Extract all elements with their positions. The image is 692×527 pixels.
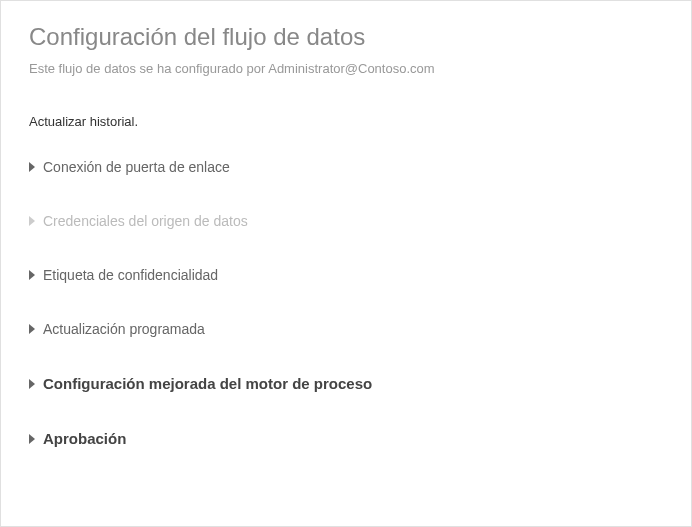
chevron-right-icon (29, 379, 35, 389)
chevron-right-icon (29, 270, 35, 280)
section-sensitivity-label[interactable]: Etiqueta de confidencialidad (29, 267, 663, 283)
section-label: Configuración mejorada del motor de proc… (43, 375, 372, 392)
section-label: Etiqueta de confidencialidad (43, 267, 218, 283)
section-label: Aprobación (43, 430, 126, 447)
section-datasource-credentials[interactable]: Credenciales del origen de datos (29, 213, 663, 229)
section-scheduled-refresh[interactable]: Actualización programada (29, 321, 663, 337)
chevron-right-icon (29, 162, 35, 172)
section-gateway-connection[interactable]: Conexión de puerta de enlace (29, 159, 663, 175)
section-approval[interactable]: Aprobación (29, 430, 663, 447)
section-label: Credenciales del origen de datos (43, 213, 248, 229)
settings-page: Configuración del flujo de datos Este fl… (1, 1, 691, 507)
section-enhanced-compute-engine[interactable]: Configuración mejorada del motor de proc… (29, 375, 663, 392)
page-title: Configuración del flujo de datos (29, 23, 663, 51)
chevron-right-icon (29, 324, 35, 334)
page-subtitle: Este flujo de datos se ha configurado po… (29, 61, 663, 76)
chevron-right-icon (29, 434, 35, 444)
section-label: Conexión de puerta de enlace (43, 159, 230, 175)
refresh-history-link[interactable]: Actualizar historial. (29, 114, 663, 129)
chevron-right-icon (29, 216, 35, 226)
section-label: Actualización programada (43, 321, 205, 337)
